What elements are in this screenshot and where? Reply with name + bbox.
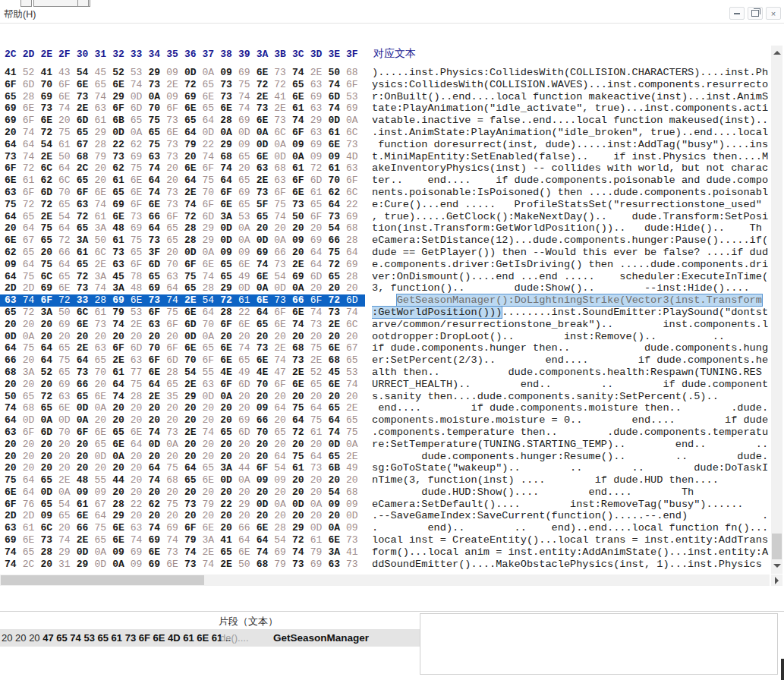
hex-byte[interactable]: 63 [112,259,131,271]
hex-byte[interactable]: 64 [184,462,203,474]
hex-byte[interactable]: 61 [94,115,112,127]
hex-byte[interactable]: 6E [131,175,149,187]
hex-byte[interactable]: 66 [149,211,167,223]
hex-byte[interactable]: 72 [58,235,77,247]
hex-byte[interactable]: 3A [94,222,112,235]
hex-byte[interactable]: 0A [203,331,221,343]
hex-byte[interactable]: 6D [40,427,58,439]
hex-byte[interactable]: 09 [131,559,149,571]
hex-byte[interactable]: 72 [328,294,346,307]
hex-byte[interactable]: 64 [58,222,77,235]
hex-byte[interactable]: 44 [238,462,257,474]
hex-byte[interactable]: 55 [94,474,112,486]
hex-byte[interactable]: 2E [131,319,149,331]
hex-byte[interactable]: 61 [23,522,41,534]
hex-byte[interactable]: 41 [5,67,23,79]
text-line[interactable]: components.moisture.moisture = 0.. end..… [372,414,770,427]
hex-byte[interactable]: 65 [203,102,221,115]
hex-byte[interactable]: 20 [257,486,275,499]
hex-byte[interactable]: 65 [166,235,184,247]
hex-byte[interactable]: 65 [220,427,238,439]
hex-byte[interactable]: 54 [274,271,292,283]
hex-byte[interactable]: 6E [238,319,257,331]
hex-byte[interactable]: 69 [5,534,23,546]
hex-byte[interactable]: 20 [23,462,41,474]
hex-byte[interactable]: 69 [131,151,149,163]
hex-byte[interactable]: 76 [23,499,41,511]
hex-byte[interactable]: 73 [310,319,329,331]
hex-byte[interactable]: 0D [23,414,41,427]
hex-byte[interactable]: 65 [58,199,77,211]
hex-byte[interactable]: 70 [58,427,77,439]
hex-byte[interactable]: 6E [149,546,167,559]
hex-byte[interactable]: 64 [58,162,77,175]
hex-byte[interactable]: 20 [220,510,238,522]
hex-byte[interactable]: 20 [292,247,310,259]
hex-byte[interactable]: 20 [220,486,238,499]
hex-byte[interactable]: 3A [94,271,112,283]
hex-byte[interactable]: 74 [94,91,112,103]
hex-byte[interactable]: 62 [131,139,149,151]
hex-byte[interactable]: 20 [257,331,275,343]
hex-byte[interactable]: 74 [94,199,112,211]
hex-row[interactable]: 6F766554616728226275737922290D0A0D0A0909 [0,499,365,511]
hex-byte[interactable]: 20 [77,451,95,463]
hex-byte[interactable]: 6F [184,259,203,271]
hex-byte[interactable]: 69 [346,211,364,223]
hex-byte[interactable]: 20 [40,559,58,571]
hex-byte[interactable]: 65 [184,474,203,486]
hex-byte[interactable]: 6E [257,522,275,534]
hex-byte[interactable]: 65 [346,354,364,367]
hex-byte[interactable]: 68 [257,559,275,571]
highlighted-match-text[interactable]: GetSeasonManager():DoLightningStrike(Vec… [397,294,762,306]
hex-byte[interactable]: 74 [5,546,23,559]
hex-byte[interactable]: 20 [274,439,292,451]
hex-byte[interactable]: 69 [238,115,257,127]
hex-byte[interactable]: 65 [184,282,203,294]
hex-row[interactable]: 202020696620647564652E636F6D706F6E656E74 [0,379,365,391]
hex-byte[interactable]: 09 [346,522,364,534]
hex-byte[interactable]: 52 [40,367,58,379]
text-panel[interactable]: ).....inst.Physics:CollidesWith(COLLISIO… [372,67,770,574]
hex-byte[interactable]: 65 [58,367,77,379]
hex-byte[interactable]: 74 [5,559,23,571]
hex-byte[interactable]: 20 [131,510,149,522]
hex-byte[interactable]: 3A [40,307,58,319]
hex-byte[interactable]: 65 [310,199,329,211]
hex-byte[interactable]: 6D [166,354,184,367]
hex-byte[interactable]: 65 [310,379,329,391]
hex-byte[interactable]: 20 [23,319,41,331]
hex-byte[interactable]: 65 [5,307,23,319]
hex-byte[interactable]: 6E [112,534,131,546]
hex-byte[interactable]: 73 [77,367,95,379]
hex-byte[interactable]: 6F [5,79,23,91]
hex-byte[interactable]: 74 [149,187,167,199]
hex-byte[interactable]: 0A [238,474,257,486]
hex-byte[interactable]: 6C [40,162,58,175]
hex-byte[interactable]: 20 [112,402,131,414]
hex-byte[interactable]: 28 [184,222,203,235]
text-line[interactable]: dude == GetPlayer()) then --Would this e… [372,247,770,259]
hex-byte[interactable]: 6F [203,162,221,175]
hex-byte[interactable]: 6E [292,379,310,391]
hex-byte[interactable]: 2E [274,102,292,115]
hex-byte[interactable]: 0D [346,510,364,522]
hex-byte[interactable]: 6D [23,79,41,91]
hex-byte[interactable]: 64 [5,342,23,354]
hex-byte[interactable]: 20 [257,222,275,235]
hex-byte[interactable]: 73 [346,534,364,546]
hex-byte[interactable]: 20 [40,247,58,259]
hex-byte[interactable]: 20 [5,379,23,391]
hex-byte[interactable]: 68 [220,151,238,163]
hex-byte[interactable]: 75 [58,354,77,367]
hex-byte[interactable]: 65 [131,247,149,259]
hex-byte[interactable]: 50 [238,559,257,571]
hex-byte[interactable]: 74 [58,534,77,546]
hex-byte[interactable]: 69 [112,294,131,307]
hex-byte[interactable]: 6E [5,235,23,247]
hex-byte[interactable]: 65 [77,127,95,139]
hex-byte[interactable]: 6E [112,79,131,91]
hex-byte[interactable]: 64 [131,439,149,451]
hex-byte[interactable]: 20 [292,474,310,486]
hex-byte[interactable]: 2E [203,546,221,559]
